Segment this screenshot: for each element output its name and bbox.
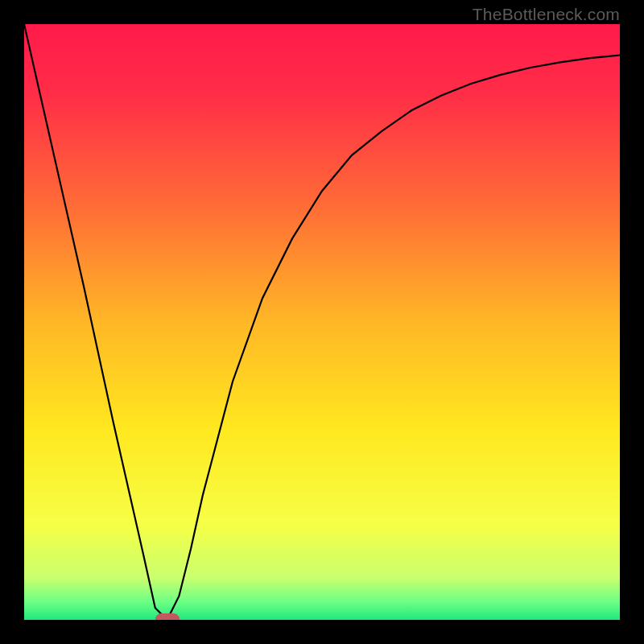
watermark-text: TheBottleneck.com (473, 5, 620, 24)
bottleneck-curve (24, 24, 620, 620)
chart-frame: TheBottleneck.com (0, 0, 644, 644)
optimal-point-marker (155, 613, 180, 620)
plot-area (24, 24, 620, 620)
